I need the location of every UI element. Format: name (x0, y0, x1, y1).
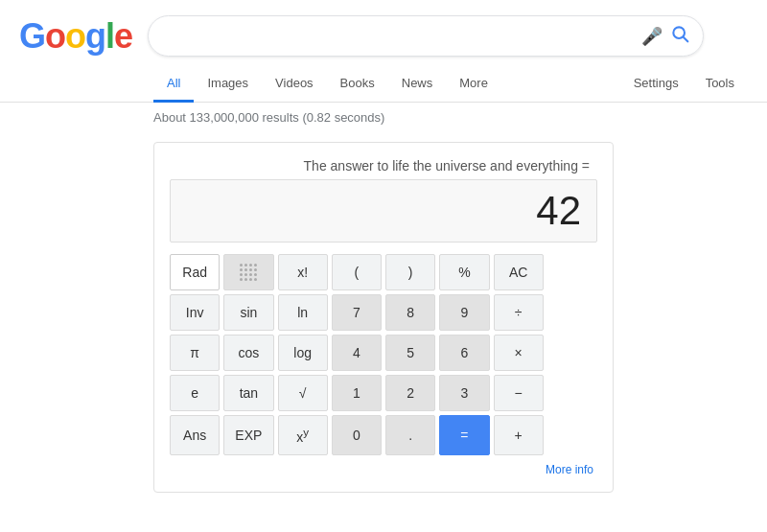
calc-ac-btn[interactable]: AC (494, 254, 544, 290)
tab-tools[interactable]: Tools (692, 66, 748, 103)
calc-divide-btn[interactable]: ÷ (494, 294, 544, 331)
search-input[interactable]: the answer to life the universe and ever… (162, 28, 634, 45)
calc-7-btn[interactable]: 7 (332, 294, 382, 331)
calc-display: 42 (170, 179, 597, 243)
tab-settings[interactable]: Settings (620, 66, 692, 103)
search-button[interactable] (670, 24, 689, 48)
tab-news[interactable]: News (388, 66, 447, 103)
tab-videos[interactable]: Videos (262, 66, 327, 103)
search-box: the answer to life the universe and ever… (148, 15, 704, 57)
grid-icon (224, 255, 272, 289)
nav-right: Settings Tools (620, 66, 767, 102)
calc-cos-btn[interactable]: cos (223, 335, 273, 371)
calc-sin-btn[interactable]: sin (223, 294, 273, 331)
calc-4-btn[interactable]: 4 (332, 335, 382, 371)
calc-close-paren-btn[interactable]: ) (385, 254, 435, 290)
tab-all[interactable]: All (153, 66, 194, 103)
calc-sqrt-btn[interactable]: √ (278, 375, 328, 411)
calc-5-btn[interactable]: 5 (385, 335, 435, 371)
calc-6-btn[interactable]: 6 (439, 335, 489, 371)
calc-ln-btn[interactable]: ln (278, 294, 328, 331)
calc-exp-btn[interactable]: EXP (223, 415, 273, 455)
calc-multiply-btn[interactable]: × (494, 335, 544, 371)
calculator-card: The answer to life the universe and ever… (153, 142, 614, 493)
calc-log-btn[interactable]: log (278, 335, 328, 371)
calc-buttons: Rad x! ( ) % AC Inv sin ln 7 8 9 ÷ π cos… (170, 254, 597, 455)
calc-factorial-btn[interactable]: x! (278, 254, 328, 290)
calc-open-paren-btn[interactable]: ( (332, 254, 382, 290)
more-info: More info (170, 463, 597, 476)
calc-equation: The answer to life the universe and ever… (170, 158, 597, 173)
calc-tan-btn[interactable]: tan (223, 375, 273, 411)
calc-2-btn[interactable]: 2 (385, 375, 435, 411)
calc-plus-btn[interactable]: + (494, 415, 544, 455)
calc-0-btn[interactable]: 0 (332, 415, 382, 455)
calc-e-btn[interactable]: e (170, 375, 220, 411)
tab-more[interactable]: More (446, 66, 501, 103)
more-info-link[interactable]: More info (546, 463, 593, 476)
tab-books[interactable]: Books (327, 66, 388, 103)
svg-line-1 (684, 37, 688, 42)
microphone-icon[interactable]: 🎤 (641, 26, 662, 47)
calc-dot-btn[interactable]: . (385, 415, 435, 455)
search-icon (670, 24, 689, 43)
calc-equals-btn[interactable]: = (439, 415, 489, 455)
calc-1-btn[interactable]: 1 (332, 375, 382, 411)
calc-8-btn[interactable]: 8 (385, 294, 435, 331)
calc-percent-btn[interactable]: % (439, 254, 489, 290)
calc-rad-btn[interactable]: Rad (170, 254, 220, 290)
calc-power-btn[interactable]: xy (278, 415, 328, 455)
calc-9-btn[interactable]: 9 (439, 294, 489, 331)
calc-ans-btn[interactable]: Ans (170, 415, 220, 455)
calc-pi-btn[interactable]: π (170, 335, 220, 371)
calc-inv-btn[interactable]: Inv (170, 294, 220, 331)
results-info: About 133,000,000 results (0.82 seconds) (0, 103, 767, 132)
header: Google the answer to life the universe a… (0, 0, 767, 66)
tab-images[interactable]: Images (194, 66, 262, 103)
calc-grid-btn[interactable] (223, 254, 273, 290)
calc-minus-btn[interactable]: − (494, 375, 544, 411)
calc-3-btn[interactable]: 3 (439, 375, 489, 411)
nav-tabs: All Images Videos Books News More Settin… (0, 66, 767, 103)
google-logo[interactable]: Google (19, 16, 132, 57)
